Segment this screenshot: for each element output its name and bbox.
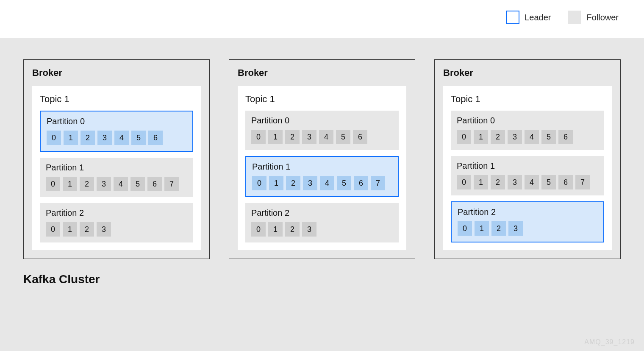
offset-cell: 2 bbox=[80, 222, 94, 237]
offset-cell: 2 bbox=[491, 221, 506, 236]
offset-cell: 0 bbox=[251, 130, 266, 144]
legend-leader-label: Leader bbox=[525, 13, 551, 22]
offset-cell: 0 bbox=[47, 131, 61, 145]
topic: Topic 1Partition 00123456Partition 10123… bbox=[32, 86, 201, 250]
offset-cell: 5 bbox=[130, 177, 145, 191]
partition-title: Partition 0 bbox=[457, 116, 598, 125]
offset-cell: 1 bbox=[64, 131, 78, 145]
offset-cell: 3 bbox=[97, 131, 112, 145]
offset-cell: 0 bbox=[457, 130, 471, 144]
offsets-row: 01234567 bbox=[252, 176, 392, 190]
offset-cell: 2 bbox=[80, 131, 95, 145]
partition: Partition 101234567 bbox=[245, 156, 399, 197]
offset-cell: 6 bbox=[558, 130, 573, 144]
broker-title: Broker bbox=[32, 67, 201, 78]
offsets-row: 01234567 bbox=[457, 175, 598, 189]
legend-swatch-follower bbox=[568, 11, 581, 24]
partition-title: Partition 2 bbox=[46, 208, 187, 218]
offset-cell: 3 bbox=[97, 222, 111, 237]
offset-cell: 2 bbox=[491, 130, 505, 144]
offset-cell: 0 bbox=[458, 221, 472, 236]
offset-cell: 0 bbox=[251, 222, 266, 237]
offsets-row: 0123 bbox=[46, 222, 187, 237]
topic-title: Topic 1 bbox=[245, 94, 399, 105]
partition-title: Partition 1 bbox=[457, 161, 598, 171]
offset-cell: 4 bbox=[525, 130, 539, 144]
offset-cell: 4 bbox=[114, 131, 129, 145]
offsets-row: 0123 bbox=[458, 221, 597, 236]
broker: BrokerTopic 1Partition 00123456Partition… bbox=[434, 59, 621, 259]
partition: Partition 101234567 bbox=[451, 156, 604, 195]
offset-cell: 2 bbox=[286, 176, 300, 190]
offset-cell: 1 bbox=[474, 175, 488, 189]
broker: BrokerTopic 1Partition 00123456Partition… bbox=[229, 59, 415, 259]
offsets-row: 0123456 bbox=[251, 130, 393, 144]
partition-title: Partition 0 bbox=[251, 116, 393, 125]
partition: Partition 00123456 bbox=[245, 111, 399, 150]
offset-cell: 3 bbox=[508, 221, 523, 236]
offset-cell: 3 bbox=[508, 175, 522, 189]
offset-cell: 5 bbox=[336, 130, 350, 144]
offset-cell: 3 bbox=[97, 177, 111, 191]
legend-follower: Follower bbox=[568, 11, 619, 24]
partition: Partition 20123 bbox=[245, 203, 399, 242]
offset-cell: 6 bbox=[354, 176, 368, 190]
offset-cell: 0 bbox=[457, 175, 471, 189]
offset-cell: 5 bbox=[541, 130, 556, 144]
legend-follower-label: Follower bbox=[586, 13, 619, 22]
watermark: AMQ_39_1219 bbox=[584, 338, 635, 346]
offset-cell: 1 bbox=[269, 176, 283, 190]
offset-cell: 0 bbox=[46, 222, 60, 237]
partition-title: Partition 0 bbox=[47, 117, 186, 126]
offset-cell: 0 bbox=[46, 177, 60, 191]
offset-cell: 6 bbox=[353, 130, 367, 144]
offset-cell: 7 bbox=[575, 175, 590, 189]
offset-cell: 3 bbox=[302, 222, 316, 237]
offset-cell: 1 bbox=[268, 130, 283, 144]
legend-swatch-leader bbox=[506, 11, 519, 24]
topic: Topic 1Partition 00123456Partition 10123… bbox=[443, 86, 612, 250]
partition: Partition 20123 bbox=[40, 203, 193, 242]
topic-title: Topic 1 bbox=[451, 94, 604, 105]
offsets-row: 01234567 bbox=[46, 177, 187, 191]
offset-cell: 5 bbox=[337, 176, 351, 190]
offset-cell: 4 bbox=[525, 175, 539, 189]
partition: Partition 00123456 bbox=[451, 111, 604, 150]
legend-leader: Leader bbox=[506, 11, 551, 24]
offset-cell: 6 bbox=[558, 175, 573, 189]
offset-cell: 4 bbox=[320, 176, 334, 190]
offset-cell: 1 bbox=[475, 221, 489, 236]
offset-cell: 1 bbox=[63, 222, 77, 237]
offsets-row: 0123456 bbox=[457, 130, 598, 144]
legend: Leader Follower bbox=[506, 11, 619, 24]
offset-cell: 7 bbox=[164, 177, 179, 191]
offset-cell: 5 bbox=[131, 131, 146, 145]
partition: Partition 00123456 bbox=[40, 111, 193, 152]
topic-title: Topic 1 bbox=[40, 94, 193, 105]
partition-title: Partition 1 bbox=[252, 162, 392, 172]
offset-cell: 2 bbox=[80, 177, 94, 191]
offset-cell: 2 bbox=[491, 175, 505, 189]
broker-title: Broker bbox=[238, 67, 406, 78]
partition: Partition 101234567 bbox=[40, 158, 193, 197]
topic: Topic 1Partition 00123456Partition 10123… bbox=[238, 86, 406, 250]
offset-cell: 3 bbox=[303, 176, 317, 190]
offset-cell: 1 bbox=[474, 130, 488, 144]
offset-cell: 4 bbox=[114, 177, 128, 191]
partition-title: Partition 2 bbox=[458, 207, 597, 217]
offset-cell: 4 bbox=[319, 130, 333, 144]
offset-cell: 2 bbox=[285, 222, 300, 237]
cluster-title: Kafka Cluster bbox=[23, 273, 621, 286]
offset-cell: 6 bbox=[147, 177, 162, 191]
broker: BrokerTopic 1Partition 00123456Partition… bbox=[23, 59, 210, 259]
offset-cell: 6 bbox=[148, 131, 163, 145]
offset-cell: 1 bbox=[268, 222, 283, 237]
offset-cell: 2 bbox=[285, 130, 300, 144]
offset-cell: 5 bbox=[541, 175, 556, 189]
broker-title: Broker bbox=[443, 67, 612, 78]
kafka-cluster: BrokerTopic 1Partition 00123456Partition… bbox=[0, 38, 644, 351]
brokers-row: BrokerTopic 1Partition 00123456Partition… bbox=[23, 59, 621, 259]
offset-cell: 0 bbox=[252, 176, 266, 190]
partition-title: Partition 1 bbox=[46, 163, 187, 173]
offset-cell: 3 bbox=[302, 130, 316, 144]
